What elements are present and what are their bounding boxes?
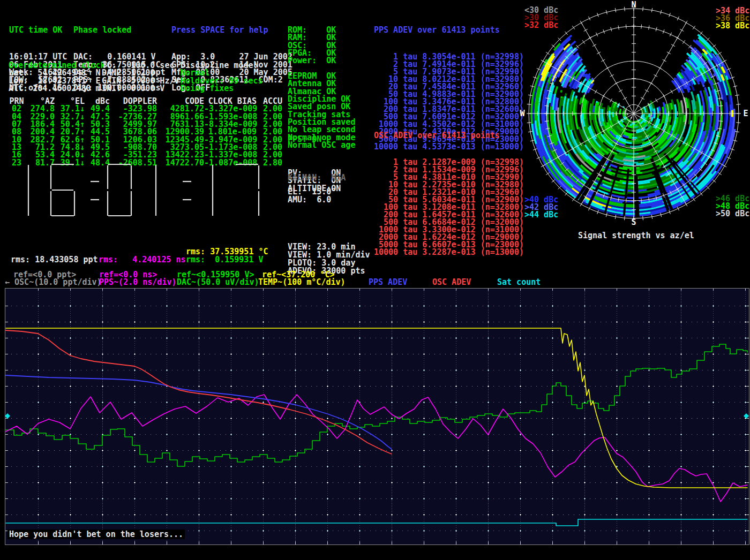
plot-message: Hope you didn't bet on the losers... <box>8 529 185 539</box>
plot-trace-label: PPS~(2.0 ns/div) <box>99 277 177 287</box>
signal-arc <box>555 86 557 93</box>
signal-arc <box>639 127 641 128</box>
signal-arc <box>624 108 625 111</box>
signal-arc <box>675 104 676 119</box>
signal-arc <box>561 96 562 98</box>
dbc-legend-top-right: >34 dBc>36 dBc>38 dBc <box>716 7 749 30</box>
phase-title: Phase locked <box>73 26 166 34</box>
rms-readout-osc: rms: 18.433058 ppt <box>11 255 98 264</box>
signal-arc <box>594 105 594 112</box>
signal-arc <box>652 111 653 117</box>
signal-arc <box>634 127 638 127</box>
plot-trace-label: OSC ADEV <box>432 277 471 287</box>
signal-arc <box>561 106 562 124</box>
signal-arc <box>609 105 609 107</box>
signal-arc <box>627 195 654 198</box>
signal-arc <box>561 90 561 92</box>
signal-arc <box>623 167 640 168</box>
signal-arc <box>609 110 610 120</box>
odclock-cell: Doing fixes <box>181 84 234 93</box>
signal-arc <box>613 112 613 117</box>
signal-arc <box>594 99 594 101</box>
pps-adev-title: PPS ADEV over 61413 points <box>374 26 524 34</box>
signal-arc <box>624 107 624 108</box>
polar-grid <box>527 6 741 221</box>
signal-arc <box>613 102 614 105</box>
help-block: Press SPACE for help App: 3.0 27 Jun 200… <box>171 7 292 111</box>
odclock-cell: Alt: 204.46002480 m <box>9 84 101 93</box>
overdetermined-clock-block: Overdetermined clockTC: 100.0 secDiscipl… <box>9 60 287 94</box>
signal-arc <box>636 130 640 131</box>
dbc-legend-entry: >38 dBc <box>716 22 749 29</box>
signal-arc <box>580 97 582 104</box>
signal-arc <box>628 138 632 138</box>
dbc-legend-entry: >50 dBc <box>716 210 749 217</box>
plot-trace-label: PPS ADEV <box>369 277 407 287</box>
signal-arc <box>670 117 671 122</box>
polar-caption: Signal strength vs az/el <box>578 231 694 240</box>
signal-arc <box>601 103 602 109</box>
signal-arc <box>711 78 712 78</box>
utc-status-title: UTC time OK <box>9 26 67 34</box>
dbc-legend-top-left: <30 dBc>30 dBc>32 dBc <box>524 6 558 29</box>
signal-arc <box>720 79 721 82</box>
signal-arc <box>650 115 651 119</box>
pps-state: PPS: ON <box>288 134 321 144</box>
signal-arc <box>567 97 567 99</box>
dbc-legend-bottom-right: >46 dBc>48 dBc>50 dBc <box>716 195 749 218</box>
plot-trace-label: ← OSC~(10.0 ppt/div) <box>5 277 102 287</box>
plot-trace-label: DAC~(50.0 uV/div) <box>177 277 259 287</box>
dbc-legend-bottom-left: >40 dBc>42 dBc>44 dBc <box>524 196 558 219</box>
heather-monitor-screen: UTC time OK 16:01:17 UTC06 Feb 2011Week:… <box>0 0 750 560</box>
signal-arc <box>610 107 610 110</box>
rms-readout-dac: rms: 0.159931 V <box>186 255 264 264</box>
signal-shadow <box>636 176 638 218</box>
signal-arc <box>702 105 702 122</box>
compass-label-w: W <box>520 109 525 118</box>
signal-arc <box>703 85 704 87</box>
signal-arc <box>649 113 649 117</box>
signal-arc <box>603 107 603 109</box>
signal-arc <box>630 146 641 147</box>
odclock-cell: INIT: 0.000 V <box>102 84 164 93</box>
signal-arc <box>637 137 642 138</box>
signal-arc <box>576 96 577 99</box>
signal-arc <box>566 93 567 96</box>
dbc-legend-entry: >32 dBc <box>524 21 558 29</box>
signal-arc <box>629 125 631 125</box>
signal-arc <box>617 108 618 112</box>
plot-trace-label: TEMP~(100 m°C/div) <box>258 277 346 287</box>
osc-adev-title: OSC ADEV over 61413 points <box>374 132 524 139</box>
seven-segment-clock <box>6 162 264 221</box>
strip-chart-plot[interactable] <box>5 288 749 545</box>
signal-arc <box>632 125 638 125</box>
signal-arc <box>658 114 658 118</box>
dbc-legend-entry: >44 dBc <box>524 211 558 218</box>
signal-arc <box>629 123 631 124</box>
signal-arc <box>684 115 685 123</box>
signal-arc <box>632 128 639 129</box>
compass-label-e: E <box>743 109 748 118</box>
osc-adev-rows: 1 tau 2.1287e-009 (n=32998) 2 tau 1.1534… <box>374 158 524 256</box>
signal-arc <box>654 114 655 118</box>
signal-arc <box>569 35 572 37</box>
signal-arc <box>654 109 655 114</box>
compass-label-s: S <box>631 217 636 227</box>
signal-arc <box>591 78 593 80</box>
signal-arc <box>663 107 663 119</box>
signal-arc <box>582 64 583 65</box>
signal-arc <box>647 109 647 116</box>
signal-arc <box>657 108 658 114</box>
signal-arc <box>698 82 699 85</box>
amu-mask: AMU: 6.0 <box>288 195 331 205</box>
adev-row: 10000 tau 3.2287e-013 (n=13000) <box>374 248 524 256</box>
satellite-table: PRN°AZ°ELdBcDOPPLERCODECLOCK BIASACCU022… <box>9 97 282 167</box>
signal-arc <box>640 120 642 122</box>
signal-arc <box>597 101 597 103</box>
rms-readout-pps: rms: 4.240125 ns <box>99 255 186 264</box>
signal-strength-polar-plot: NESW <box>519 0 750 227</box>
signal-arc <box>644 117 645 119</box>
signal-arc <box>624 111 624 116</box>
signal-arc <box>641 119 642 121</box>
signal-arc <box>625 146 630 147</box>
